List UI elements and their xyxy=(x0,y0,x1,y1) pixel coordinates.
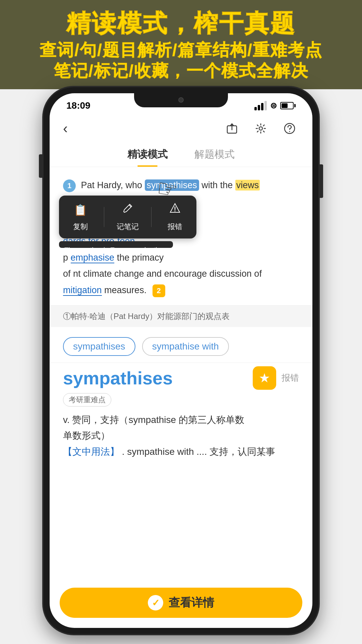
para-badge-2-container: 2 xyxy=(153,285,165,295)
dict-report-button[interactable]: 报错 xyxy=(282,372,299,384)
banner-title-2: 查词/句/题目解析/篇章结构/重难考点 xyxy=(13,40,349,60)
view-detail-label: 查看详情 xyxy=(169,595,214,610)
help-button[interactable] xyxy=(280,119,299,138)
settings-button[interactable] xyxy=(251,119,270,138)
dict-word-row: sympathises ★ 报错 xyxy=(63,366,299,390)
tabs: 精读模式 解题模式 xyxy=(50,144,312,167)
back-button[interactable]: ‹ xyxy=(63,120,68,137)
para-number-1: 1 xyxy=(63,179,76,192)
bottom-area: ✓ 查看详情 xyxy=(60,588,302,618)
star-badge-button[interactable]: ★ xyxy=(253,366,276,390)
copy-icon: 📋 xyxy=(74,202,87,219)
usage-label: 【文中用法】 xyxy=(63,446,119,457)
signal-icon xyxy=(254,101,267,110)
dict-word: sympathises xyxy=(63,368,173,388)
phone-notch xyxy=(134,93,228,107)
notch-camera xyxy=(178,97,184,103)
share-button[interactable] xyxy=(223,119,241,138)
menu-divider-2 xyxy=(151,207,152,227)
dict-tag: 考研重难点 xyxy=(63,393,111,407)
battery-icon xyxy=(280,102,296,109)
view-detail-button[interactable]: ✓ 查看详情 xyxy=(60,588,302,618)
menu-divider-1 xyxy=(104,207,104,227)
svg-point-4 xyxy=(289,131,290,132)
reading-text-primacy: the primacy xyxy=(117,253,164,263)
def-line1: v. 赞同，支持（sympathise 的第三人称单数 xyxy=(63,415,244,425)
reading-text-before: Pat Hardy, who xyxy=(81,180,145,190)
phone-screen: 18:09 ⊜ ‹ xyxy=(50,93,312,628)
usage-text: . sympathise with .... 支持，认同某事 xyxy=(122,446,275,457)
status-icons: ⊜ xyxy=(254,101,296,110)
chip-sympathise-with[interactable]: sympathise with xyxy=(142,337,229,356)
note-icon xyxy=(122,202,133,219)
dictionary-section: sympathises ★ 报错 考研重难点 v. 赞同，支持（sympathi… xyxy=(50,363,312,467)
svg-point-6 xyxy=(175,211,176,212)
def-line2: 单数形式） xyxy=(63,430,110,441)
svg-point-2 xyxy=(259,127,262,130)
check-icon: ✓ xyxy=(148,595,163,610)
para-badge-2: 2 xyxy=(153,284,165,297)
star-icon: ★ xyxy=(259,371,270,385)
reading-text-with: with the xyxy=(201,180,235,190)
wifi-icon: ⊜ xyxy=(270,101,277,110)
banner-title-3: 笔记/标记/收藏，一个模式全解决 xyxy=(13,61,349,81)
context-note[interactable]: 记笔记 xyxy=(114,202,141,232)
translation-bar: ①帕特·哈迪（Pat Hardy）对能源部门的观点表 xyxy=(50,305,312,327)
word-mitigation[interactable]: mitigation xyxy=(63,285,102,296)
context-copy[interactable]: 📋 复制 xyxy=(67,202,94,232)
word-chips-section: sympathises sympathise with xyxy=(50,327,312,363)
dict-right-icons: ★ 报错 xyxy=(253,366,299,390)
reading-text-p2: p xyxy=(63,253,68,263)
top-banner: 精读模式，榨干真题 查词/句/题目解析/篇章结构/重难考点 笔记/标记/收藏，一… xyxy=(0,0,362,89)
chip-sympathises[interactable]: sympathises xyxy=(63,337,135,356)
status-time: 18:09 xyxy=(66,100,90,111)
reading-text-measures: measures. xyxy=(104,285,146,295)
nav-bar: ‹ xyxy=(50,113,312,144)
dict-definition: v. 赞同，支持（sympathise 的第三人称单数 单数形式） 【文中用法】… xyxy=(63,412,299,460)
word-views[interactable]: views xyxy=(235,180,260,191)
tooltip-box: The weather in Texas may ha the recent e… xyxy=(59,241,173,248)
phone-mockup: 18:09 ⊜ ‹ xyxy=(44,87,318,634)
reading-text-nt: of nt climate change and encourage discu… xyxy=(63,269,262,279)
tab-reading[interactable]: 精读模式 xyxy=(127,148,168,167)
nav-icons xyxy=(223,119,299,138)
tab-solving[interactable]: 解题模式 xyxy=(194,148,235,167)
reading-area: 1 Pat Hardy, who sympathises with the vi… xyxy=(50,167,312,305)
banner-title-1: 精读模式，榨干真题 xyxy=(13,10,349,37)
word-emphasise[interactable]: emphasise xyxy=(71,253,115,263)
